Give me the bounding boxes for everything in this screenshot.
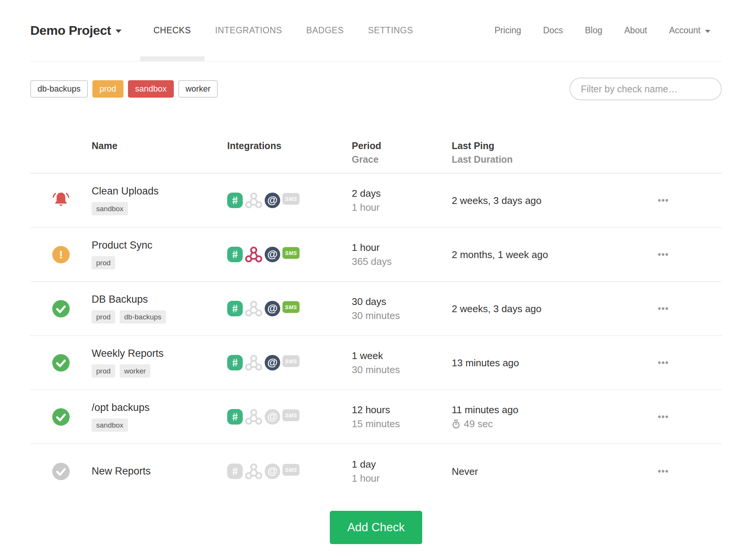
webhook-icon <box>245 354 262 372</box>
check-icon <box>52 408 70 426</box>
column-header-integrations: Integrations <box>227 140 352 152</box>
webhook-icon <box>245 300 262 317</box>
add-check-button[interactable]: Add Check <box>330 511 422 544</box>
check-name[interactable]: DB Backups <box>92 294 227 305</box>
tab-settings[interactable]: SETTINGS <box>368 0 413 61</box>
check-tags: prod <box>92 256 227 269</box>
column-header-name: Name <box>92 140 227 152</box>
tag-filter-sandbox[interactable]: sandbox <box>128 80 174 98</box>
row-menu-button[interactable]: ••• <box>658 303 669 314</box>
primary-tabs: CHECKSINTEGRATIONSBADGESSETTINGS <box>153 0 413 61</box>
grace-value: 15 minutes <box>352 418 452 430</box>
sms-icon: SMS <box>282 193 300 205</box>
email-icon: @ <box>265 464 280 479</box>
check-menu-cell: ••• <box>649 357 722 368</box>
status-circle-icon: ! <box>52 354 70 372</box>
check-name[interactable]: New Reports <box>92 465 227 477</box>
last-duration: 49 sec <box>452 418 649 430</box>
check-tag: db-backups <box>120 310 166 324</box>
check-lastping-cell: 2 weeks, 3 days ago <box>452 194 649 207</box>
email-icon: @ <box>265 355 280 370</box>
link-about[interactable]: About <box>624 25 647 36</box>
row-menu-button[interactable]: ••• <box>658 195 669 206</box>
tab-integrations[interactable]: INTEGRATIONS <box>215 0 282 61</box>
check-name[interactable]: Clean Uploads <box>92 185 227 197</box>
sms-icon: SMS <box>282 355 300 367</box>
grace-value: 30 minutes <box>352 364 452 376</box>
tab-badges[interactable]: BADGES <box>306 0 344 61</box>
link-pricing[interactable]: Pricing <box>495 25 521 36</box>
column-header-period-grace: Period Grace <box>352 140 452 165</box>
check-period-cell: 1 week 30 minutes <box>352 350 452 376</box>
slack-icon: # <box>227 409 243 425</box>
row-menu-button[interactable]: ••• <box>658 357 669 368</box>
slack-icon: # <box>227 193 243 208</box>
row-menu-button[interactable]: ••• <box>658 249 669 260</box>
checks-table: Name Integrations Period Grace Last Ping… <box>30 140 722 498</box>
account-menu[interactable]: Account <box>669 25 710 36</box>
project-switcher[interactable]: Demo Project <box>30 0 122 61</box>
check-tags: proddb-backups <box>92 310 227 324</box>
email-icon: @ <box>265 409 280 425</box>
check-status-cell: ! <box>30 246 92 263</box>
slack-icon: # <box>227 247 243 262</box>
sms-icon: SMS <box>282 247 300 259</box>
check-integrations-cell: # @ SMS <box>227 408 352 426</box>
check-name[interactable]: Product Sync <box>92 240 227 251</box>
email-icon: @ <box>265 193 280 208</box>
tab-checks[interactable]: CHECKS <box>153 0 191 61</box>
last-duration-value: 49 sec <box>464 418 493 430</box>
check-lastping-cell: 13 minutes ago <box>452 357 649 369</box>
tag-filters: db-backupsprodsandboxworker <box>30 80 218 98</box>
last-ping-value: 11 minutes ago <box>452 404 649 416</box>
webhook-icon <box>245 463 262 480</box>
check-status-cell: ! <box>30 300 92 317</box>
row-menu-button[interactable]: ••• <box>658 466 669 477</box>
check-icon <box>52 463 70 480</box>
webhook-icon <box>245 408 262 426</box>
check-name-cell: Clean Uploads sandbox <box>92 185 227 215</box>
tag-filter-db-backups[interactable]: db-backups <box>30 80 88 98</box>
chevron-down-icon <box>115 30 122 33</box>
check-name-filter-input[interactable] <box>569 78 722 100</box>
link-blog[interactable]: Blog <box>585 25 602 36</box>
tag-filter-worker[interactable]: worker <box>178 80 218 98</box>
check-icon <box>52 354 70 372</box>
filter-row: db-backupsprodsandboxworker <box>30 78 722 100</box>
secondary-links: PricingDocsBlogAboutAccount <box>495 0 710 61</box>
grace-value: 30 minutes <box>352 310 452 322</box>
check-integrations-cell: # @ SMS <box>227 354 352 372</box>
check-row: ! Weekly Reports prodworker # @ <box>30 336 722 390</box>
status-up-icon: ! <box>52 300 70 317</box>
status-grace-icon: ! <box>52 246 70 263</box>
status-circle-icon: ! <box>52 246 70 263</box>
check-tags: prodworker <box>92 364 227 378</box>
grace-value: 1 hour <box>352 472 452 484</box>
check-name[interactable]: Weekly Reports <box>92 348 227 359</box>
check-integrations-cell: # @ SMS <box>227 246 352 263</box>
check-menu-cell: ••• <box>649 249 722 260</box>
check-integrations-cell: # @ SMS <box>227 300 352 317</box>
check-icon <box>52 300 70 317</box>
check-name-cell: New Reports <box>92 465 227 477</box>
check-lastping-cell: Never <box>452 465 649 478</box>
check-lastping-cell: 11 minutes ago 49 sec <box>452 404 649 430</box>
webhook-icon <box>245 192 262 209</box>
sms-icon: SMS <box>282 409 300 421</box>
tag-filter-prod[interactable]: prod <box>92 80 123 98</box>
last-ping-value: 13 minutes ago <box>452 357 649 369</box>
check-name[interactable]: /opt backups <box>92 402 227 414</box>
check-row: ! /opt backups sandbox # @ <box>30 390 722 444</box>
email-icon: @ <box>265 247 280 262</box>
link-docs[interactable]: Docs <box>543 25 563 36</box>
last-ping-value: 2 weeks, 3 days ago <box>452 194 649 207</box>
row-menu-button[interactable]: ••• <box>658 411 669 422</box>
grace-value: 1 hour <box>352 201 452 213</box>
check-integrations-cell: # @ SMS <box>227 463 352 480</box>
check-row: ! New Reports # @ <box>30 444 722 498</box>
last-ping-value: 2 weeks, 3 days ago <box>452 303 649 315</box>
check-status-cell: ! <box>30 191 92 210</box>
check-tag: sandbox <box>92 418 128 432</box>
status-up-icon: ! <box>52 354 70 372</box>
sms-icon: SMS <box>282 464 300 476</box>
